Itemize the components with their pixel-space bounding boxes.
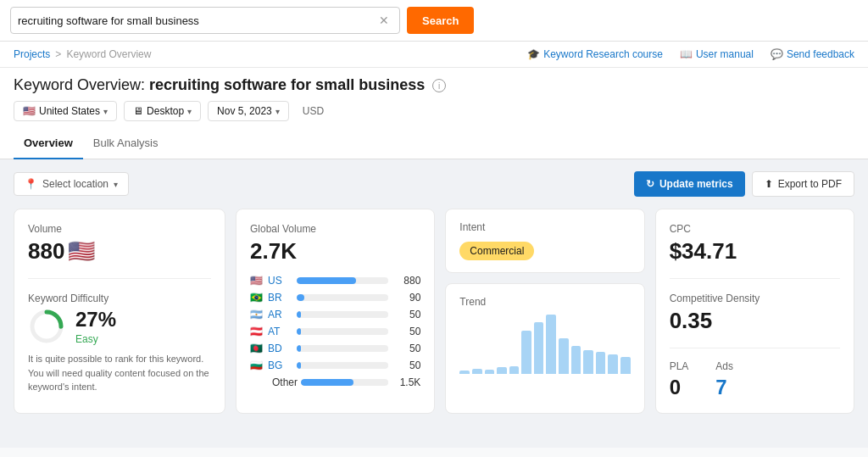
- difficulty-description: It is quite possible to rank for this ke…: [28, 352, 211, 394]
- trend-bar-item: [472, 369, 482, 374]
- device-filter[interactable]: 🖥 Desktop ▾: [124, 101, 201, 121]
- update-metrics-button[interactable]: ↻ Update metrics: [634, 171, 745, 197]
- at-bar: [297, 328, 388, 335]
- location-pin-icon: 📍: [25, 178, 37, 190]
- manual-link[interactable]: 📖 User manual: [680, 48, 754, 60]
- course-link[interactable]: 🎓 Keyword Research course: [527, 48, 663, 60]
- other-bar-fill: [301, 379, 353, 386]
- br-bar: [297, 294, 388, 301]
- br-flag: 🇧🇷: [250, 292, 263, 304]
- tab-overview[interactable]: Overview: [14, 128, 83, 159]
- breadcrumb-current: Keyword Overview: [66, 48, 151, 60]
- export-pdf-button[interactable]: ⬆ Export to PDF: [752, 171, 854, 197]
- tabs: Overview Bulk Analysis: [0, 128, 868, 159]
- currency-label: USD: [296, 102, 331, 120]
- country-row-bd: 🇧🇩 BD 50: [250, 343, 420, 354]
- us-bar-fill: [297, 277, 356, 284]
- trend-bar-item: [546, 315, 556, 374]
- chevron-down-icon: ▾: [103, 107, 108, 116]
- trend-bar-item: [497, 367, 507, 374]
- trend-bar-item: [485, 370, 495, 374]
- breadcrumb-projects[interactable]: Projects: [14, 48, 50, 60]
- export-icon: ⬆: [765, 178, 773, 190]
- country-row-other: Other 1.5K: [250, 376, 420, 388]
- filter-row: 🇺🇸 United States ▾ 🖥 Desktop ▾ Nov 5, 20…: [0, 94, 868, 128]
- intent-badge: Commercial: [459, 242, 534, 260]
- breadcrumb: Projects > Keyword Overview: [14, 48, 151, 60]
- us-flag: 🇺🇸: [250, 275, 263, 287]
- us-bar: [297, 277, 388, 284]
- desktop-icon: 🖥: [133, 105, 143, 117]
- pla-label: PLA: [670, 360, 689, 372]
- info-icon[interactable]: i: [432, 79, 446, 92]
- ar-flag: 🇦🇷: [250, 309, 263, 320]
- trend-bar-item: [596, 352, 606, 374]
- search-input[interactable]: [18, 14, 379, 27]
- feedback-link[interactable]: 💬 Send feedback: [771, 48, 854, 60]
- location-filter[interactable]: 🇺🇸 United States ▾: [14, 101, 117, 121]
- ar-bar-fill: [297, 311, 301, 318]
- us-flag-icon: 🇺🇸: [23, 105, 36, 117]
- trend-bar-item: [620, 357, 631, 374]
- intent-trend-column: Intent Commercial Trend: [445, 209, 644, 414]
- header-nav: Projects > Keyword Overview 🎓 Keyword Re…: [0, 42, 868, 68]
- volume-value: 880 🇺🇸: [28, 238, 211, 265]
- intent-card: Intent Commercial: [445, 209, 644, 273]
- cpc-section: CPC $34.71: [670, 223, 840, 279]
- ads-col: Ads 7: [715, 360, 733, 399]
- bd-bar-fill: [297, 345, 301, 352]
- global-volume-label: Global Volume: [250, 223, 420, 235]
- course-icon: 🎓: [527, 48, 540, 60]
- tab-bulk-analysis[interactable]: Bulk Analysis: [83, 128, 169, 159]
- pla-ads-row: PLA 0 Ads 7: [670, 360, 840, 399]
- difficulty-section: Keyword Difficulty 27% Easy It is quite …: [28, 293, 211, 394]
- chevron-down-icon-device: ▾: [187, 107, 192, 116]
- pla-col: PLA 0: [670, 360, 689, 399]
- us-flag-small: 🇺🇸: [68, 238, 95, 265]
- refresh-icon: ↻: [646, 178, 654, 190]
- cpc-label: CPC: [670, 223, 840, 235]
- bg-flag: 🇧🇬: [250, 359, 263, 371]
- bd-flag: 🇧🇩: [250, 343, 263, 354]
- page-title-area: Keyword Overview: recruiting software fo…: [0, 68, 868, 94]
- difficulty-value: 27%: [75, 308, 116, 332]
- clear-icon[interactable]: ✕: [379, 14, 389, 27]
- country-row-br: 🇧🇷 BR 90: [250, 292, 420, 304]
- page-title-prefix: Keyword Overview:: [14, 76, 145, 93]
- select-location-button[interactable]: 📍 Select location ▾: [14, 172, 129, 196]
- manual-icon: 📖: [680, 48, 693, 60]
- global-volume-value: 2.7K: [250, 238, 420, 265]
- density-section: Competitive Density 0.35: [670, 293, 840, 334]
- country-row-at: 🇦🇹 AT 50: [250, 326, 420, 337]
- intent-label: Intent: [459, 221, 630, 233]
- easy-label: Easy: [75, 333, 116, 345]
- trend-label: Trend: [459, 296, 630, 308]
- action-right: ↻ Update metrics ⬆ Export to PDF: [634, 171, 854, 197]
- cards-grid: Volume 880 🇺🇸 Keyword Difficulty: [14, 209, 854, 414]
- volume-label: Volume: [28, 223, 211, 235]
- main-content: 📍 Select location ▾ ↻ Update metrics ⬆ E…: [0, 159, 868, 448]
- trend-bar-item: [459, 371, 470, 374]
- date-filter[interactable]: Nov 5, 2023 ▾: [208, 101, 289, 121]
- search-input-wrapper: ✕: [10, 7, 400, 34]
- density-label: Competitive Density: [670, 293, 840, 304]
- bd-bar: [297, 345, 388, 352]
- country-row-ar: 🇦🇷 AR 50: [250, 309, 420, 320]
- difficulty-label: Keyword Difficulty: [28, 293, 211, 304]
- ads-value: 7: [715, 376, 733, 399]
- bg-bar: [297, 362, 388, 369]
- country-row-us: 🇺🇸 US 880: [250, 275, 420, 287]
- cpc-density-card: CPC $34.71 Competitive Density 0.35 PLA …: [655, 209, 854, 414]
- chevron-down-icon-date: ▾: [275, 107, 280, 116]
- country-rows: 🇺🇸 US 880 🇧🇷 BR 90 🇦🇷: [250, 275, 420, 388]
- other-bar: [301, 379, 388, 386]
- bg-bar-fill: [297, 362, 301, 369]
- search-button[interactable]: Search: [407, 7, 474, 34]
- difficulty-donut: [28, 308, 65, 345]
- country-row-bg: 🇧🇬 BG 50: [250, 359, 420, 371]
- trend-bar-item: [571, 346, 581, 374]
- trend-bar-item: [583, 350, 593, 374]
- feedback-icon: 💬: [771, 48, 783, 60]
- breadcrumb-separator: >: [55, 48, 61, 60]
- trend-bars: [459, 315, 630, 374]
